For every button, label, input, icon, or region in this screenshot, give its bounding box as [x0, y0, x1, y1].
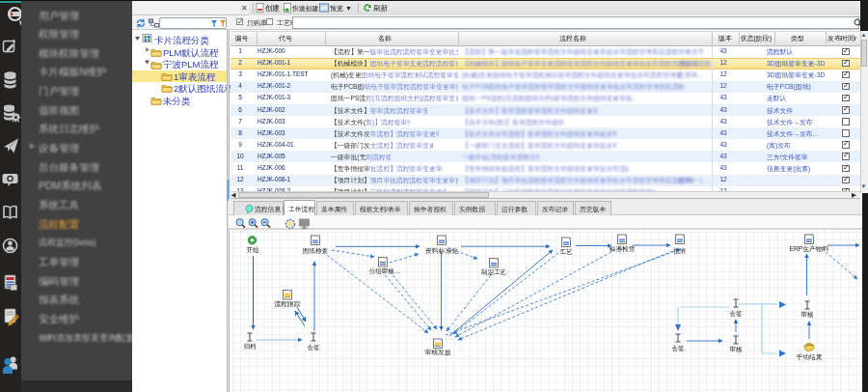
svg-text:审核发放: 审核发放	[424, 349, 450, 356]
svg-text:审核: 审核	[730, 346, 744, 352]
svg-text:资料标准化: 资料标准化	[425, 247, 458, 255]
svg-text:分组审核…: 分组审核…	[369, 267, 401, 274]
svg-text:批准: 批准	[674, 247, 688, 255]
svg-text:归档: 归档	[244, 343, 258, 350]
svg-text:图纸检查: 图纸检查	[303, 247, 329, 254]
svg-text:会签: 会签	[308, 344, 321, 350]
svg-text:流程跟踪: 流程跟踪	[273, 300, 300, 308]
svg-text:制定工艺: 制定工艺	[481, 268, 507, 276]
svg-text:ERP生产物料: ERP生产物料	[789, 245, 828, 253]
svg-text:会签: 会签	[730, 310, 744, 317]
svg-text:开始: 开始	[247, 246, 260, 254]
svg-text:审核: 审核	[801, 311, 815, 318]
svg-text:手动结束: 手动结束	[796, 353, 822, 361]
svg-text:会签: 会签	[672, 345, 686, 351]
svg-text:标准检查: 标准检查	[608, 245, 635, 253]
svg-text:工艺: 工艺	[560, 248, 574, 255]
